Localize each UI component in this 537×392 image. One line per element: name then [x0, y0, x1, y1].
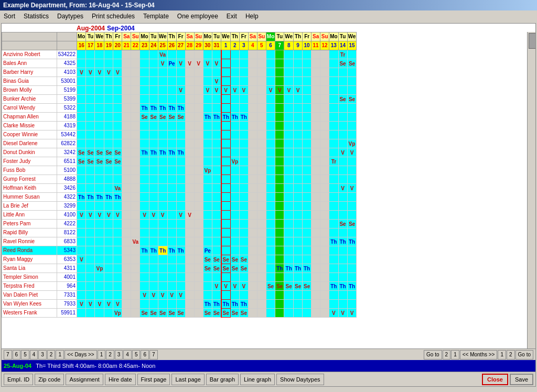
day-cell[interactable] [185, 193, 194, 202]
day-cell[interactable] [320, 246, 329, 255]
day-cell[interactable] [212, 220, 221, 228]
day-cell[interactable] [347, 264, 357, 273]
btn-assignment[interactable]: Assignment [66, 374, 103, 385]
day-cell[interactable]: V [104, 211, 113, 220]
day-cell[interactable]: Th [140, 104, 149, 113]
day-cell[interactable] [158, 86, 167, 95]
day-cell[interactable]: V [338, 148, 347, 157]
day-cell[interactable] [203, 130, 212, 139]
day-cell[interactable] [239, 175, 248, 184]
day-cell[interactable]: V [77, 211, 86, 220]
scrollbar-v[interactable] [527, 32, 535, 349]
day-cell[interactable] [86, 130, 95, 139]
day-cell[interactable] [275, 139, 284, 148]
day-cell[interactable] [312, 184, 320, 193]
day-cell[interactable] [122, 166, 131, 175]
day-cell[interactable] [176, 184, 185, 193]
day-cell[interactable]: Th [167, 104, 176, 113]
day-cell[interactable]: Se [104, 148, 113, 157]
day-cell[interactable] [230, 166, 239, 175]
day-cell[interactable]: V [77, 68, 86, 77]
day-cell[interactable] [257, 228, 266, 237]
day-cell[interactable]: V [104, 300, 113, 309]
btn-bar-graph[interactable]: Bar graph [206, 374, 239, 385]
day-cell[interactable]: Va [113, 184, 122, 193]
day-cell[interactable] [294, 113, 303, 122]
goto-field-right[interactable]: Go to [515, 350, 533, 360]
day-cell[interactable] [167, 228, 176, 237]
day-cell[interactable]: V [347, 184, 357, 193]
day-cell[interactable]: V [185, 59, 194, 68]
day-cell[interactable] [104, 237, 113, 246]
day-cell[interactable] [294, 50, 303, 59]
day-cell[interactable] [77, 113, 86, 122]
day-cell[interactable] [239, 220, 248, 228]
day-cell[interactable] [221, 130, 231, 139]
day-cell[interactable] [284, 59, 294, 68]
day-cell[interactable] [104, 228, 113, 237]
day-cell[interactable] [149, 166, 158, 175]
day-cell[interactable] [140, 86, 149, 95]
day-cell[interactable] [149, 220, 158, 228]
day-cell[interactable] [194, 166, 203, 175]
day-cell[interactable]: V [239, 282, 248, 291]
day-cell[interactable] [185, 122, 194, 130]
day-cell[interactable] [347, 228, 357, 237]
day-cell[interactable] [149, 122, 158, 130]
day-cell[interactable] [104, 166, 113, 175]
day-cell[interactable] [266, 113, 275, 122]
day-cell[interactable] [95, 246, 104, 255]
day-cell[interactable] [239, 202, 248, 211]
day-cell[interactable] [95, 50, 104, 59]
day-cell[interactable] [266, 202, 275, 211]
day-cell[interactable] [131, 184, 140, 193]
day-cell[interactable] [185, 157, 194, 166]
day-cell[interactable] [212, 139, 221, 148]
day-cell[interactable] [303, 148, 312, 157]
day-cell[interactable] [303, 77, 312, 86]
day-cell[interactable] [239, 193, 248, 202]
day-cell[interactable] [320, 291, 329, 300]
day-cell[interactable]: Vp [347, 139, 357, 148]
day-cell[interactable] [320, 309, 329, 318]
day-cell[interactable] [122, 139, 131, 148]
day-cell[interactable]: V [212, 282, 221, 291]
close-button[interactable]: Close [482, 374, 508, 385]
nav-3-right[interactable]: 3 [115, 350, 123, 360]
day-cell[interactable] [338, 264, 347, 273]
btn-empl-id[interactable]: Empl. ID [4, 374, 33, 385]
day-cell[interactable]: Th [176, 104, 185, 113]
day-cell[interactable] [194, 184, 203, 193]
day-cell[interactable]: V [294, 86, 303, 95]
day-cell[interactable] [248, 59, 257, 68]
day-cell[interactable] [185, 237, 194, 246]
day-cell[interactable] [212, 184, 221, 193]
day-cell[interactable] [257, 255, 266, 264]
day-cell[interactable] [122, 95, 131, 104]
day-cell[interactable] [122, 309, 131, 318]
day-cell[interactable] [194, 228, 203, 237]
day-cell[interactable] [312, 228, 320, 237]
day-cell[interactable]: Th [176, 148, 185, 157]
day-cell[interactable]: Vp [95, 264, 104, 273]
day-cell[interactable] [122, 264, 131, 273]
day-cell[interactable] [122, 113, 131, 122]
day-cell[interactable] [185, 264, 194, 273]
day-cell[interactable] [329, 193, 338, 202]
day-cell[interactable] [167, 166, 176, 175]
day-cell[interactable] [176, 175, 185, 184]
day-cell[interactable] [212, 202, 221, 211]
day-cell[interactable]: V [212, 77, 221, 86]
day-cell[interactable] [176, 95, 185, 104]
day-cell[interactable] [275, 148, 284, 157]
day-cell[interactable] [194, 264, 203, 273]
day-cell[interactable] [167, 255, 176, 264]
day-cell[interactable]: Th [338, 282, 347, 291]
day-cell[interactable] [158, 228, 167, 237]
day-cell[interactable] [176, 202, 185, 211]
day-cell[interactable] [149, 202, 158, 211]
day-cell[interactable] [221, 184, 231, 193]
day-cell[interactable] [329, 202, 338, 211]
day-cell[interactable]: Th [303, 264, 312, 273]
day-cell[interactable] [212, 273, 221, 282]
